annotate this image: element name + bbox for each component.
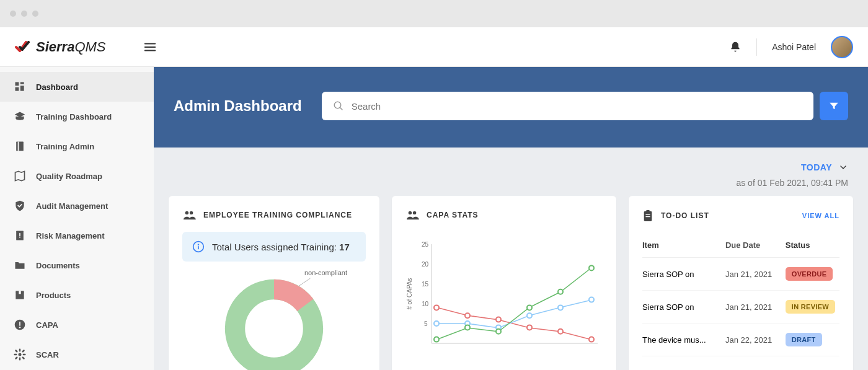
- sidebar-item-label: Risk Management: [36, 231, 105, 240]
- chart-point: [558, 305, 563, 310]
- sidebar-item-audit-management[interactable]: Audit Management: [0, 191, 154, 221]
- school-icon: [14, 110, 26, 123]
- map-icon: [14, 170, 26, 182]
- todo-row[interactable]: The device mus...Jan 22, 2021DRAFT: [642, 324, 839, 356]
- col-header-status: Status: [786, 240, 839, 250]
- sidebar-item-label: Audit Management: [36, 201, 108, 211]
- todo-date: Jan 22, 2021: [725, 335, 786, 345]
- card-title: EMPLOYEE TRAINING COMPLIANCE: [203, 211, 352, 219]
- bell-icon[interactable]: [729, 41, 742, 53]
- y-tick: 10: [422, 301, 429, 307]
- window-dot: [21, 11, 27, 17]
- view-all-link[interactable]: VIEW ALL: [802, 212, 839, 219]
- logo-brand-b: QMS: [74, 39, 105, 55]
- logo: SierraQMS: [15, 39, 106, 55]
- todo-card: TO-DO LIST VIEW ALL Item Due Date Status…: [629, 196, 853, 370]
- svg-point-18: [198, 244, 200, 245]
- search-box[interactable]: [322, 92, 813, 120]
- sidebar-item-training-admin[interactable]: Training Admin: [0, 131, 154, 161]
- chart-point: [434, 337, 439, 342]
- app-shell: SierraQMS Ashoi Patel DashboardTraining …: [0, 27, 868, 370]
- svg-rect-27: [646, 210, 649, 213]
- line-chart: # of CAPAs 5 10 15 20 25: [405, 232, 603, 356]
- folder-icon: [14, 259, 26, 271]
- clipboard-icon: [642, 209, 653, 222]
- shield-icon: [14, 200, 26, 212]
- hamburger-menu-icon[interactable]: [143, 40, 157, 54]
- search-input[interactable]: [352, 101, 802, 112]
- sidebar-item-products[interactable]: Products: [0, 280, 154, 310]
- today-label[interactable]: TODAY: [801, 162, 832, 172]
- donut-chart: [212, 273, 336, 370]
- people-icon: [405, 209, 419, 221]
- todo-item: Sierra SOP on: [642, 270, 725, 279]
- compliance-card: EMPLOYEE TRAINING COMPLIANCE Total Users…: [169, 196, 379, 370]
- search-wrap: [322, 92, 848, 120]
- dashboard-icon: [14, 81, 26, 93]
- todo-status: OVERDUE: [786, 267, 839, 281]
- line-chart-wrap: # of CAPAs 5 10 15 20 25: [405, 232, 603, 356]
- chart-point: [496, 317, 501, 322]
- card-header: TO-DO LIST VIEW ALL: [642, 209, 839, 222]
- col-header-item: Item: [642, 240, 725, 250]
- y-tick: 20: [422, 261, 429, 268]
- sidebar-item-label: SCAR: [36, 350, 59, 359]
- svg-rect-1: [20, 82, 24, 84]
- sidebar-item-label: Quality Roadmap: [36, 172, 102, 181]
- sidebar-item-label: Training Admin: [36, 142, 94, 151]
- todo-row[interactable]: Sierra SOP onJan 21, 2021OVERDUE: [642, 258, 839, 291]
- window-dot: [10, 11, 16, 17]
- todo-status: DRAFT: [786, 333, 839, 346]
- chart-point: [527, 313, 532, 318]
- chevron-down-icon[interactable]: [838, 162, 848, 172]
- sidebar-item-risk-management[interactable]: Risk Management: [0, 221, 154, 250]
- svg-point-22: [409, 211, 412, 214]
- filter-icon: [828, 100, 839, 112]
- svg-rect-19: [198, 246, 199, 249]
- svg-rect-0: [16, 82, 19, 86]
- card-title: TO-DO LIST: [661, 211, 709, 220]
- hero-banner: Admin Dashboard: [154, 67, 868, 148]
- page-title: Admin Dashboard: [174, 97, 302, 115]
- search-icon: [333, 100, 344, 112]
- card-title: CAPA STATS: [427, 211, 479, 219]
- alert-icon: [14, 319, 26, 331]
- donut-wrap: non-compliant: [182, 273, 366, 370]
- status-badge: OVERDUE: [786, 267, 833, 281]
- book-icon: [14, 140, 26, 152]
- chart-point: [434, 321, 439, 326]
- y-tick: 5: [424, 320, 428, 327]
- user-name[interactable]: Ashoi Patel: [772, 42, 816, 52]
- chart-point: [434, 305, 439, 310]
- svg-point-13: [19, 353, 22, 356]
- chart-point: [527, 305, 532, 310]
- sidebar-item-capa[interactable]: CAPA: [0, 310, 154, 340]
- risk-icon: [14, 229, 26, 242]
- sidebar-item-quality-roadmap[interactable]: Quality Roadmap: [0, 161, 154, 191]
- sidebar-item-scar[interactable]: SCAR: [0, 340, 154, 369]
- todo-head: Item Due Date Status: [642, 233, 839, 258]
- sidebar-item-label: Training Dashboard: [36, 112, 112, 121]
- sidebar: DashboardTraining DashboardTraining Admi…: [0, 67, 154, 370]
- cards-row: EMPLOYEE TRAINING COMPLIANCE Total Users…: [154, 196, 868, 370]
- card-header: EMPLOYEE TRAINING COMPLIANCE: [182, 209, 366, 221]
- people-icon: [182, 209, 196, 221]
- topbar: SierraQMS Ashoi Patel: [0, 27, 868, 67]
- sidebar-item-label: Documents: [36, 261, 80, 270]
- timestamp-row: as of 01 Feb 2021, 09:41 PM: [154, 177, 868, 196]
- avatar[interactable]: [831, 36, 853, 58]
- svg-rect-2: [20, 86, 24, 90]
- browser-chrome: [0, 0, 868, 27]
- col-header-date: Due Date: [725, 240, 786, 250]
- sidebar-item-training-dashboard[interactable]: Training Dashboard: [0, 102, 154, 131]
- topbar-left: SierraQMS: [15, 39, 157, 55]
- gear-icon: [14, 348, 26, 361]
- sidebar-item-dashboard[interactable]: Dashboard: [0, 72, 154, 102]
- status-badge: DRAFT: [786, 333, 822, 346]
- chart-point: [465, 313, 470, 318]
- y-tick: 25: [422, 241, 429, 248]
- todo-row[interactable]: Sierra SOP onJan 21, 2021IN REVIEW: [642, 291, 839, 324]
- filter-button[interactable]: [820, 92, 848, 120]
- svg-rect-4: [16, 142, 24, 151]
- sidebar-item-documents[interactable]: Documents: [0, 250, 154, 280]
